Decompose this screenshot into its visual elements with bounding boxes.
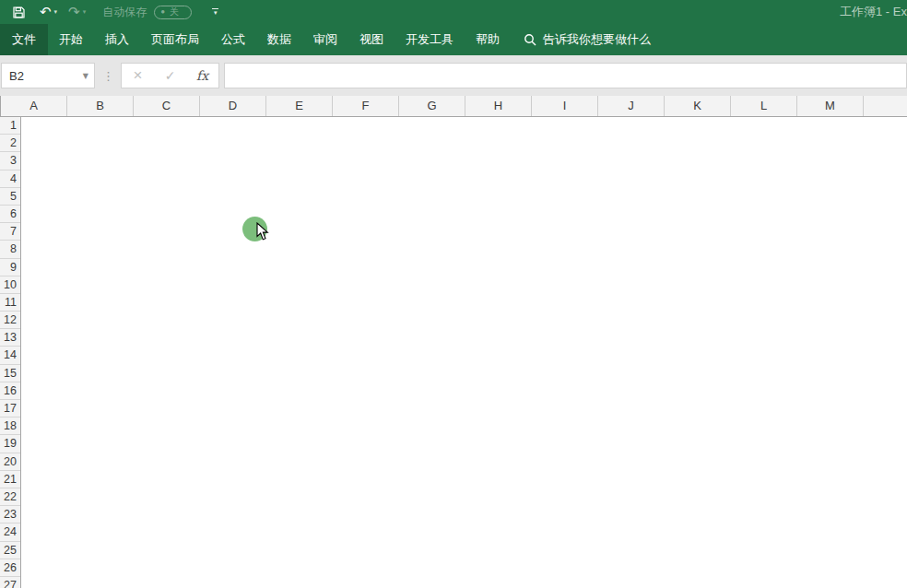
row-header-17[interactable]: 17 xyxy=(0,400,20,417)
tab-home[interactable]: 开始 xyxy=(48,24,94,55)
row-header-25[interactable]: 25 xyxy=(0,542,20,559)
row-header-14[interactable]: 14 xyxy=(0,347,20,364)
row-header-11[interactable]: 11 xyxy=(0,294,20,312)
row-header-1[interactable]: 1 xyxy=(0,117,20,135)
tab-data[interactable]: 数据 xyxy=(256,24,302,55)
undo-button[interactable]: ↶ ▾ xyxy=(40,6,57,19)
column-header-K[interactable]: K xyxy=(665,96,731,116)
redo-icon: ↷ xyxy=(68,6,80,19)
row-header-3[interactable]: 3 xyxy=(0,152,20,170)
column-header-partial[interactable] xyxy=(864,96,907,116)
undo-icon: ↶ xyxy=(40,6,52,19)
tab-review[interactable]: 审阅 xyxy=(302,24,348,55)
row-header-10[interactable]: 10 xyxy=(0,276,20,294)
autosave-toggle[interactable]: ● 关 xyxy=(154,6,192,19)
column-header-I[interactable]: I xyxy=(532,96,598,116)
tab-help[interactable]: 帮助 xyxy=(465,24,511,55)
formula-input[interactable] xyxy=(224,63,907,88)
formula-buttons: × ✓ fx xyxy=(121,63,219,88)
tab-formulas[interactable]: 公式 xyxy=(210,24,256,55)
window-title: 工作簿1 - Ex xyxy=(840,0,907,24)
sheet-grid[interactable] xyxy=(21,117,907,588)
row-header-16[interactable]: 16 xyxy=(0,382,20,400)
column-header-C[interactable]: C xyxy=(134,96,200,116)
column-header-E[interactable]: E xyxy=(266,96,333,116)
row-header-9[interactable]: 9 xyxy=(0,259,20,276)
save-button[interactable] xyxy=(13,6,25,18)
title-bar: ↶ ▾ ↷ ▾ 自动保存 ● 关 ▾ 工作簿1 - Ex xyxy=(0,0,907,24)
autosave-toggle-dot-icon: ● xyxy=(160,8,165,16)
row-header-8[interactable]: 8 xyxy=(0,241,20,258)
tab-insert[interactable]: 插入 xyxy=(94,24,140,55)
row-header-18[interactable]: 18 xyxy=(0,417,20,435)
row-header-22[interactable]: 22 xyxy=(0,488,20,506)
row-header-23[interactable]: 23 xyxy=(0,506,20,523)
mouse-cursor-icon xyxy=(256,222,269,245)
row-header-21[interactable]: 21 xyxy=(0,471,20,488)
column-header-L[interactable]: L xyxy=(731,96,797,116)
row-header-19[interactable]: 19 xyxy=(0,435,20,453)
column-header-D[interactable]: D xyxy=(200,96,266,116)
tab-file[interactable]: 文件 xyxy=(0,24,48,55)
insert-function-button[interactable]: fx xyxy=(186,68,218,83)
excel-window: ↶ ▾ ↷ ▾ 自动保存 ● 关 ▾ 工作簿1 - Ex 文件 开始 插入 页面… xyxy=(0,0,907,588)
row-header-4[interactable]: 4 xyxy=(0,171,20,188)
row-header-13[interactable]: 13 xyxy=(0,329,20,347)
tab-developer[interactable]: 开发工具 xyxy=(395,24,465,55)
row-header-5[interactable]: 5 xyxy=(0,188,20,206)
column-header-F[interactable]: F xyxy=(333,96,399,116)
tell-me-search[interactable]: 告诉我你想要做什么 xyxy=(524,24,651,55)
redo-dropdown-caret-icon[interactable]: ▾ xyxy=(83,8,87,16)
row-header-6[interactable]: 6 xyxy=(0,206,20,223)
enter-entry-button[interactable]: ✓ xyxy=(154,68,186,83)
row-header-27[interactable]: 27 xyxy=(0,577,20,588)
save-icon xyxy=(13,6,25,18)
name-box-splitter[interactable]: ⋮ xyxy=(95,69,121,83)
row-header-20[interactable]: 20 xyxy=(0,453,20,471)
grid-body: 1234567891011121314151617181920212223242… xyxy=(0,117,907,588)
row-header-24[interactable]: 24 xyxy=(0,523,20,541)
tab-page-layout[interactable]: 页面布局 xyxy=(140,24,210,55)
autosave-control: 自动保存 ● 关 xyxy=(102,5,192,20)
row-header-15[interactable]: 15 xyxy=(0,365,20,382)
cancel-entry-button[interactable]: × xyxy=(122,66,154,85)
column-header-J[interactable]: J xyxy=(598,96,665,116)
formula-bar-row: B2 ▼ ⋮ × ✓ fx xyxy=(0,55,907,96)
tab-view[interactable]: 视图 xyxy=(348,24,395,55)
autosave-state-label: 关 xyxy=(170,6,179,18)
undo-dropdown-caret-icon[interactable]: ▾ xyxy=(54,8,58,16)
column-header-B[interactable]: B xyxy=(67,96,134,116)
name-box-caret-icon[interactable]: ▼ xyxy=(83,72,88,80)
column-header-row: ABCDEFGHIJKLM xyxy=(0,96,907,117)
name-box-value: B2 xyxy=(9,69,24,83)
search-icon xyxy=(524,33,536,46)
ribbon-tab-row: 文件 开始 插入 页面布局 公式 数据 审阅 视图 开发工具 帮助 告诉我你想要… xyxy=(0,24,907,55)
tell-me-label: 告诉我你想要做什么 xyxy=(543,31,651,48)
name-box[interactable]: B2 ▼ xyxy=(1,63,95,88)
row-headers-strip: 1234567891011121314151617181920212223242… xyxy=(0,117,21,588)
column-header-A[interactable]: A xyxy=(1,96,67,116)
autosave-label: 自动保存 xyxy=(102,5,147,20)
column-header-G[interactable]: G xyxy=(399,96,465,116)
worksheet: ABCDEFGHIJKLM 12345678910111213141516171… xyxy=(0,96,907,588)
select-all-button[interactable] xyxy=(0,96,1,116)
redo-button[interactable]: ↷ ▾ xyxy=(68,6,86,19)
column-header-H[interactable]: H xyxy=(465,96,532,116)
column-headers-strip: ABCDEFGHIJKLM xyxy=(1,96,907,116)
row-header-26[interactable]: 26 xyxy=(0,559,20,577)
row-header-2[interactable]: 2 xyxy=(0,135,20,152)
row-header-12[interactable]: 12 xyxy=(0,312,20,329)
column-header-M[interactable]: M xyxy=(797,96,864,116)
customize-quick-access-button[interactable]: ▾ xyxy=(212,8,218,16)
row-header-7[interactable]: 7 xyxy=(0,223,20,241)
